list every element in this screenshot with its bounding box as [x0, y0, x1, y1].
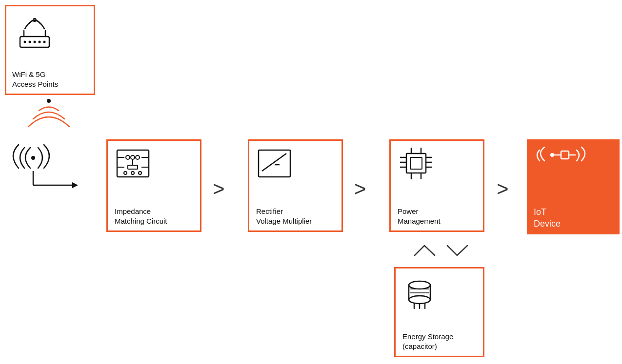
- chevron-1: >: [213, 177, 225, 201]
- svg-rect-23: [128, 165, 138, 169]
- svg-point-21: [136, 155, 140, 159]
- svg-point-10: [31, 156, 35, 160]
- svg-point-49: [409, 296, 430, 304]
- rectifier-icon: [256, 148, 293, 179]
- svg-point-4: [24, 41, 26, 43]
- iot-device-box: IoT Device: [527, 139, 620, 234]
- svg-point-5: [29, 41, 31, 43]
- iot-icon: [534, 146, 587, 175]
- chevron-3: >: [497, 177, 509, 201]
- energy-storage-box: Energy Storage (capacitor): [394, 267, 484, 357]
- impedance-icon: [115, 148, 151, 179]
- impedance-box: Impedance Matching Circuit: [106, 139, 201, 232]
- svg-point-26: [139, 172, 141, 174]
- svg-point-24: [124, 172, 127, 174]
- svg-point-25: [131, 172, 134, 174]
- wifi-box-label: WiFi & 5G Access Points: [12, 70, 58, 89]
- rf-source: [6, 144, 81, 194]
- svg-point-8: [43, 41, 46, 43]
- capacitor-icon: [402, 275, 437, 309]
- broadcast-signal: [24, 98, 73, 134]
- wifi-access-point-box: WiFi & 5G Access Points: [5, 5, 95, 95]
- svg-rect-41: [410, 157, 422, 169]
- svg-point-9: [47, 99, 51, 103]
- svg-point-6: [34, 41, 36, 43]
- chevron-2: >: [354, 177, 366, 201]
- rectifier-box: Rectifier Voltage Multiplier: [248, 139, 343, 232]
- iot-label: IoT Device: [534, 207, 561, 230]
- svg-point-7: [39, 41, 41, 43]
- chevron-down: [446, 244, 468, 257]
- impedance-label: Impedance Matching Circuit: [115, 207, 167, 226]
- power-management-box: Power Management: [389, 139, 484, 232]
- up-down-chevrons: [414, 244, 468, 257]
- svg-marker-13: [72, 182, 78, 188]
- svg-rect-30: [406, 153, 426, 173]
- chevron-up: [414, 244, 436, 257]
- svg-line-28: [262, 153, 286, 171]
- router-icon: [13, 13, 57, 52]
- svg-point-42: [550, 153, 554, 157]
- rectifier-label: Rectifier Voltage Multiplier: [256, 207, 312, 226]
- svg-rect-44: [561, 151, 569, 159]
- svg-point-20: [131, 155, 135, 159]
- diagram-container: WiFi & 5G Access Points: [0, 0, 622, 364]
- svg-point-19: [126, 155, 130, 159]
- power-mgmt-icon: [398, 148, 434, 179]
- energy-label: Energy Storage (capacitor): [402, 332, 453, 351]
- svg-point-46: [409, 281, 430, 289]
- power-label: Power Management: [398, 207, 441, 226]
